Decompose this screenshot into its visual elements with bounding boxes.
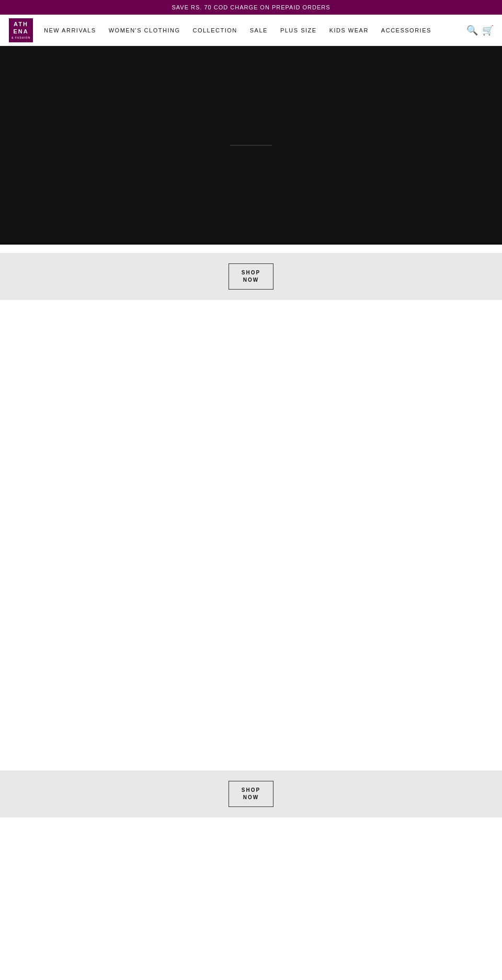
nav-item-accessories[interactable]: ACCESSORIES (375, 27, 438, 33)
nav-item-womens-clothing[interactable]: WOMEN'S CLOTHING (102, 27, 187, 33)
header: ATH ENA & FASHION NEW ARRIVALS WOMEN'S C… (0, 15, 502, 46)
shop-now-button-2[interactable]: SHOPNOW (229, 781, 273, 807)
logo-subtext: & FASHION (12, 36, 30, 39)
announcement-bar: SAVE RS. 70 COD CHARGE ON PREPAID ORDERS (0, 0, 502, 15)
nav-item-sale[interactable]: SALE (244, 27, 274, 33)
image-area-1 (0, 300, 502, 551)
shop-now-section-1: SHOPNOW (0, 253, 502, 300)
logo-line1: ATH (14, 21, 28, 28)
main-nav: NEW ARRIVALS WOMEN'S CLOTHING COLLECTION… (38, 27, 466, 33)
nav-icons: 🔍 🛒 (466, 25, 494, 36)
image-area-2 (0, 551, 502, 770)
shop-now-section-2: SHOPNOW (0, 770, 502, 817)
hero-banner (0, 46, 502, 245)
logo-line2: ENA (13, 28, 28, 35)
search-icon[interactable]: 🔍 (466, 25, 478, 36)
cart-icon[interactable]: 🛒 (482, 25, 494, 36)
nav-item-kids-wear[interactable]: KIDS WEAR (323, 27, 375, 33)
nav-item-plus-size[interactable]: PLUS SIZE (274, 27, 323, 33)
logo[interactable]: ATH ENA & FASHION (8, 18, 33, 43)
image-area-3 (0, 817, 502, 980)
nav-item-collection[interactable]: COLLECTION (186, 27, 243, 33)
nav-item-new-arrivals[interactable]: NEW ARRIVALS (38, 27, 102, 33)
announcement-text: SAVE RS. 70 COD CHARGE ON PREPAID ORDERS (172, 4, 330, 10)
hero-decorative-line (230, 145, 272, 146)
shop-now-button-1[interactable]: SHOPNOW (229, 263, 273, 290)
